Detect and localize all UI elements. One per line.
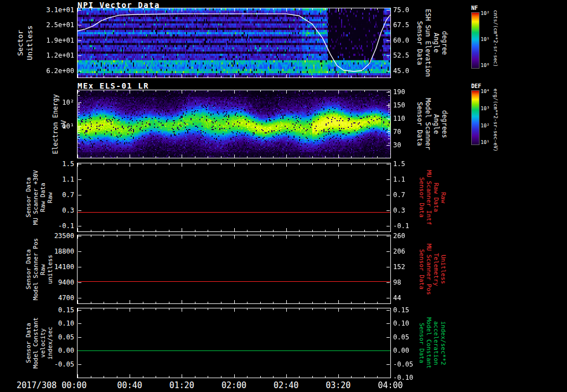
x-tick-mark	[390, 308, 391, 312]
x-tick-mark	[247, 90, 248, 92]
y-tick-mark	[386, 236, 390, 236]
x-tick-mark	[208, 235, 208, 237]
colorbar-tick-label: 10³	[481, 106, 489, 111]
x-tick-mark	[117, 163, 117, 165]
x-tick-mark	[338, 235, 339, 239]
x-tick-mark	[273, 8, 274, 10]
x-tick-mark	[91, 235, 91, 237]
x-tick-mark	[351, 235, 352, 237]
x-tick-mark	[156, 8, 156, 10]
x-tick-mark	[273, 376, 274, 378]
y-minor-tick-mark	[78, 110, 80, 110]
x-tick-label: 01:20	[169, 380, 194, 390]
y-tick-label: 52.5	[393, 51, 409, 59]
axis-label-line: Sensor Data	[25, 249, 32, 290]
x-tick-mark	[91, 302, 91, 303]
nf-colorbar-title: NF	[471, 5, 478, 11]
y-tick-mark	[386, 40, 390, 41]
x-tick-mark	[221, 90, 221, 92]
x-tick-mark	[325, 8, 326, 10]
x-tick-mark	[312, 76, 313, 78]
y-minor-tick-mark	[78, 131, 80, 132]
colorbar-tick-label: 10²	[481, 11, 489, 16]
x-tick-mark	[390, 154, 391, 158]
x-tick-mark	[312, 302, 313, 303]
els-spectrogram-canvas	[78, 90, 390, 158]
y-tick-label: -0.05	[38, 360, 74, 368]
y-minor-tick-mark	[388, 143, 390, 143]
y-tick-label: 0.00	[393, 347, 409, 354]
x-tick-mark	[182, 8, 182, 12]
x-tick-mark	[104, 8, 104, 10]
x-tick-mark	[169, 76, 169, 78]
x-tick-mark	[390, 8, 391, 12]
y-tick-label: 98	[393, 278, 401, 286]
x-tick-mark	[338, 374, 339, 378]
x-tick-mark	[91, 230, 91, 231]
x-axis-date-label: 2017/308 00:00	[17, 380, 86, 390]
y-tick-label: -0.1	[393, 222, 409, 230]
x-tick-mark	[195, 308, 195, 310]
axis-label-line: degrees	[441, 110, 449, 138]
y-tick-mark	[78, 226, 81, 226]
x-tick-mark	[130, 308, 130, 312]
x-tick-mark	[247, 163, 248, 165]
y-tick-label: 60.0	[393, 37, 409, 44]
x-tick-label: 03:20	[326, 380, 350, 390]
colorbar-tick-label: 10¹	[481, 140, 489, 145]
axis-label-line: Sensor Data	[418, 177, 425, 218]
y-minor-tick-mark	[388, 115, 390, 115]
y-tick-label: 0.10	[38, 319, 74, 327]
y-tick-mark	[78, 337, 81, 338]
x-tick-mark	[156, 156, 156, 158]
x-tick-mark	[234, 308, 235, 312]
y-tick-label: 75.0	[393, 6, 409, 14]
y-minor-tick-mark	[388, 112, 390, 112]
x-tick-mark	[169, 8, 169, 10]
panel5-right-axis-label: Sensor Data Model Constant acceleration …	[416, 308, 447, 378]
y-tick-label: 1.2e+01	[38, 51, 74, 59]
x-tick-mark	[390, 90, 391, 94]
x-tick-mark	[286, 308, 287, 312]
y-minor-tick-mark	[78, 143, 80, 143]
x-tick-mark	[78, 374, 78, 378]
y-tick-label: 70	[393, 128, 401, 136]
x-tick-mark	[234, 235, 235, 239]
y-tick-mark	[78, 251, 81, 252]
x-tick-mark	[182, 154, 182, 158]
x-tick-mark	[182, 163, 182, 167]
x-tick-label: 02:00	[221, 380, 246, 390]
y-minor-tick-mark	[388, 119, 390, 120]
y-tick-label: 18800	[38, 247, 74, 255]
x-tick-mark	[104, 90, 104, 92]
x-tick-mark	[273, 235, 274, 237]
x-tick-mark	[377, 308, 378, 310]
x-tick-mark	[143, 76, 143, 78]
x-tick-mark	[156, 302, 156, 303]
x-tick-mark	[143, 156, 143, 158]
x-tick-mark	[143, 8, 143, 10]
trace-line	[78, 281, 390, 282]
y-minor-tick-mark	[78, 130, 80, 130]
x-tick-mark	[234, 74, 235, 78]
y-tick-label: 14100	[38, 263, 74, 271]
x-tick-mark	[195, 163, 195, 165]
x-tick-mark	[91, 376, 91, 378]
x-tick-mark	[156, 308, 156, 310]
trace-line	[78, 350, 390, 351]
x-tick-mark	[78, 300, 78, 303]
y-tick-mark	[78, 323, 81, 324]
x-tick-mark	[364, 235, 365, 237]
nf-colorbar-units: cnts/(cm**2-sr-sec)	[493, 10, 498, 71]
x-tick-mark	[91, 8, 91, 10]
y-tick-label: 67.5	[393, 21, 409, 29]
y-minor-tick-mark	[78, 91, 80, 92]
x-tick-mark	[182, 228, 182, 231]
x-tick-mark	[338, 154, 339, 158]
y-tick-mark	[386, 251, 390, 252]
x-tick-mark	[195, 8, 195, 10]
y-tick-label: 44	[393, 294, 401, 302]
x-tick-mark	[286, 163, 287, 167]
x-tick-mark	[234, 163, 235, 167]
y-tick-label: 0.05	[393, 333, 409, 341]
